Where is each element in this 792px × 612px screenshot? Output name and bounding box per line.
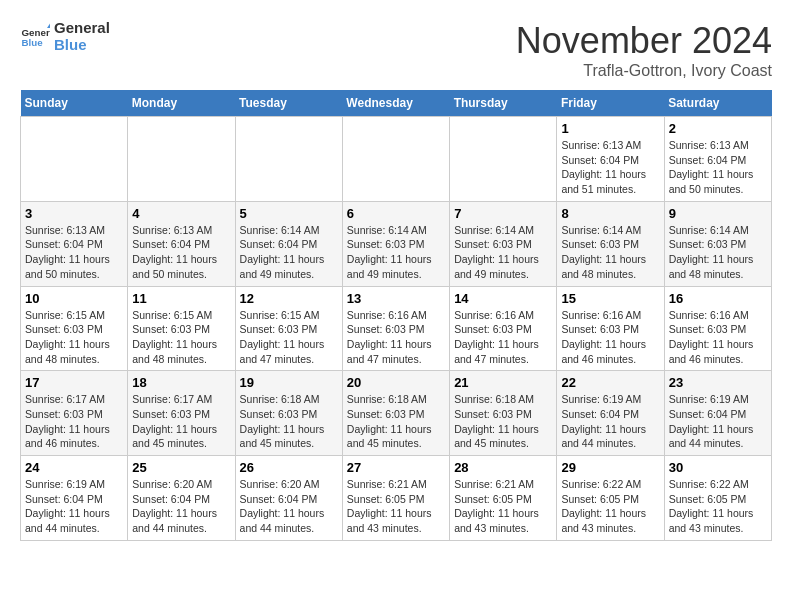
day-info: Sunrise: 6:17 AM Sunset: 6:03 PM Dayligh…	[132, 392, 230, 451]
day-info: Sunrise: 6:18 AM Sunset: 6:03 PM Dayligh…	[240, 392, 338, 451]
calendar-cell: 15Sunrise: 6:16 AM Sunset: 6:03 PM Dayli…	[557, 286, 664, 371]
day-info: Sunrise: 6:14 AM Sunset: 6:03 PM Dayligh…	[454, 223, 552, 282]
day-number: 5	[240, 206, 338, 221]
weekday-monday: Monday	[128, 90, 235, 117]
weekday-wednesday: Wednesday	[342, 90, 449, 117]
day-info: Sunrise: 6:21 AM Sunset: 6:05 PM Dayligh…	[347, 477, 445, 536]
day-info: Sunrise: 6:17 AM Sunset: 6:03 PM Dayligh…	[25, 392, 123, 451]
day-number: 20	[347, 375, 445, 390]
calendar-cell: 18Sunrise: 6:17 AM Sunset: 6:03 PM Dayli…	[128, 371, 235, 456]
day-info: Sunrise: 6:13 AM Sunset: 6:04 PM Dayligh…	[132, 223, 230, 282]
day-number: 28	[454, 460, 552, 475]
calendar-cell	[450, 117, 557, 202]
day-number: 12	[240, 291, 338, 306]
calendar-cell: 19Sunrise: 6:18 AM Sunset: 6:03 PM Dayli…	[235, 371, 342, 456]
calendar-cell: 25Sunrise: 6:20 AM Sunset: 6:04 PM Dayli…	[128, 456, 235, 541]
day-info: Sunrise: 6:13 AM Sunset: 6:04 PM Dayligh…	[561, 138, 659, 197]
calendar-cell	[235, 117, 342, 202]
day-info: Sunrise: 6:21 AM Sunset: 6:05 PM Dayligh…	[454, 477, 552, 536]
logo-line2: Blue	[54, 37, 110, 54]
calendar-cell	[342, 117, 449, 202]
day-info: Sunrise: 6:15 AM Sunset: 6:03 PM Dayligh…	[132, 308, 230, 367]
day-number: 13	[347, 291, 445, 306]
day-number: 26	[240, 460, 338, 475]
weekday-saturday: Saturday	[664, 90, 771, 117]
day-info: Sunrise: 6:18 AM Sunset: 6:03 PM Dayligh…	[347, 392, 445, 451]
calendar-cell: 30Sunrise: 6:22 AM Sunset: 6:05 PM Dayli…	[664, 456, 771, 541]
logo-icon: General Blue	[20, 22, 50, 52]
svg-text:General: General	[22, 26, 51, 37]
day-number: 11	[132, 291, 230, 306]
day-info: Sunrise: 6:20 AM Sunset: 6:04 PM Dayligh…	[132, 477, 230, 536]
calendar-body: 1Sunrise: 6:13 AM Sunset: 6:04 PM Daylig…	[21, 117, 772, 541]
day-number: 9	[669, 206, 767, 221]
day-info: Sunrise: 6:18 AM Sunset: 6:03 PM Dayligh…	[454, 392, 552, 451]
day-number: 30	[669, 460, 767, 475]
svg-text:Blue: Blue	[22, 37, 44, 48]
calendar-cell: 13Sunrise: 6:16 AM Sunset: 6:03 PM Dayli…	[342, 286, 449, 371]
weekday-sunday: Sunday	[21, 90, 128, 117]
calendar-cell: 9Sunrise: 6:14 AM Sunset: 6:03 PM Daylig…	[664, 201, 771, 286]
day-info: Sunrise: 6:14 AM Sunset: 6:03 PM Dayligh…	[561, 223, 659, 282]
day-info: Sunrise: 6:13 AM Sunset: 6:04 PM Dayligh…	[25, 223, 123, 282]
weekday-tuesday: Tuesday	[235, 90, 342, 117]
day-number: 22	[561, 375, 659, 390]
calendar-cell: 29Sunrise: 6:22 AM Sunset: 6:05 PM Dayli…	[557, 456, 664, 541]
weekday-header-row: SundayMondayTuesdayWednesdayThursdayFrid…	[21, 90, 772, 117]
calendar-cell: 11Sunrise: 6:15 AM Sunset: 6:03 PM Dayli…	[128, 286, 235, 371]
calendar-table: SundayMondayTuesdayWednesdayThursdayFrid…	[20, 90, 772, 541]
day-number: 27	[347, 460, 445, 475]
weekday-thursday: Thursday	[450, 90, 557, 117]
day-info: Sunrise: 6:16 AM Sunset: 6:03 PM Dayligh…	[561, 308, 659, 367]
day-info: Sunrise: 6:14 AM Sunset: 6:03 PM Dayligh…	[669, 223, 767, 282]
calendar-cell: 27Sunrise: 6:21 AM Sunset: 6:05 PM Dayli…	[342, 456, 449, 541]
calendar-cell: 17Sunrise: 6:17 AM Sunset: 6:03 PM Dayli…	[21, 371, 128, 456]
svg-marker-2	[47, 23, 50, 28]
day-number: 15	[561, 291, 659, 306]
day-number: 1	[561, 121, 659, 136]
calendar-cell	[21, 117, 128, 202]
day-info: Sunrise: 6:14 AM Sunset: 6:04 PM Dayligh…	[240, 223, 338, 282]
day-number: 16	[669, 291, 767, 306]
calendar-cell	[128, 117, 235, 202]
day-info: Sunrise: 6:22 AM Sunset: 6:05 PM Dayligh…	[669, 477, 767, 536]
calendar-cell: 10Sunrise: 6:15 AM Sunset: 6:03 PM Dayli…	[21, 286, 128, 371]
calendar-cell: 12Sunrise: 6:15 AM Sunset: 6:03 PM Dayli…	[235, 286, 342, 371]
calendar-cell: 8Sunrise: 6:14 AM Sunset: 6:03 PM Daylig…	[557, 201, 664, 286]
calendar-cell: 22Sunrise: 6:19 AM Sunset: 6:04 PM Dayli…	[557, 371, 664, 456]
day-number: 4	[132, 206, 230, 221]
calendar-cell: 21Sunrise: 6:18 AM Sunset: 6:03 PM Dayli…	[450, 371, 557, 456]
day-number: 2	[669, 121, 767, 136]
day-info: Sunrise: 6:15 AM Sunset: 6:03 PM Dayligh…	[25, 308, 123, 367]
day-number: 17	[25, 375, 123, 390]
calendar-cell: 20Sunrise: 6:18 AM Sunset: 6:03 PM Dayli…	[342, 371, 449, 456]
calendar-cell: 3Sunrise: 6:13 AM Sunset: 6:04 PM Daylig…	[21, 201, 128, 286]
day-info: Sunrise: 6:19 AM Sunset: 6:04 PM Dayligh…	[561, 392, 659, 451]
title-area: November 2024 Trafla-Gottron, Ivory Coas…	[516, 20, 772, 80]
calendar-cell: 14Sunrise: 6:16 AM Sunset: 6:03 PM Dayli…	[450, 286, 557, 371]
day-number: 19	[240, 375, 338, 390]
day-info: Sunrise: 6:20 AM Sunset: 6:04 PM Dayligh…	[240, 477, 338, 536]
day-info: Sunrise: 6:16 AM Sunset: 6:03 PM Dayligh…	[669, 308, 767, 367]
week-row-4: 24Sunrise: 6:19 AM Sunset: 6:04 PM Dayli…	[21, 456, 772, 541]
calendar-cell: 7Sunrise: 6:14 AM Sunset: 6:03 PM Daylig…	[450, 201, 557, 286]
day-info: Sunrise: 6:14 AM Sunset: 6:03 PM Dayligh…	[347, 223, 445, 282]
calendar-cell: 4Sunrise: 6:13 AM Sunset: 6:04 PM Daylig…	[128, 201, 235, 286]
month-title: November 2024	[516, 20, 772, 62]
day-number: 10	[25, 291, 123, 306]
week-row-0: 1Sunrise: 6:13 AM Sunset: 6:04 PM Daylig…	[21, 117, 772, 202]
calendar-cell: 6Sunrise: 6:14 AM Sunset: 6:03 PM Daylig…	[342, 201, 449, 286]
header: General Blue General Blue November 2024 …	[20, 20, 772, 80]
day-number: 6	[347, 206, 445, 221]
day-number: 3	[25, 206, 123, 221]
logo: General Blue General Blue	[20, 20, 110, 53]
day-info: Sunrise: 6:19 AM Sunset: 6:04 PM Dayligh…	[25, 477, 123, 536]
week-row-1: 3Sunrise: 6:13 AM Sunset: 6:04 PM Daylig…	[21, 201, 772, 286]
day-info: Sunrise: 6:16 AM Sunset: 6:03 PM Dayligh…	[454, 308, 552, 367]
day-info: Sunrise: 6:15 AM Sunset: 6:03 PM Dayligh…	[240, 308, 338, 367]
day-info: Sunrise: 6:19 AM Sunset: 6:04 PM Dayligh…	[669, 392, 767, 451]
day-number: 21	[454, 375, 552, 390]
calendar-cell: 23Sunrise: 6:19 AM Sunset: 6:04 PM Dayli…	[664, 371, 771, 456]
location-title: Trafla-Gottron, Ivory Coast	[516, 62, 772, 80]
weekday-friday: Friday	[557, 90, 664, 117]
